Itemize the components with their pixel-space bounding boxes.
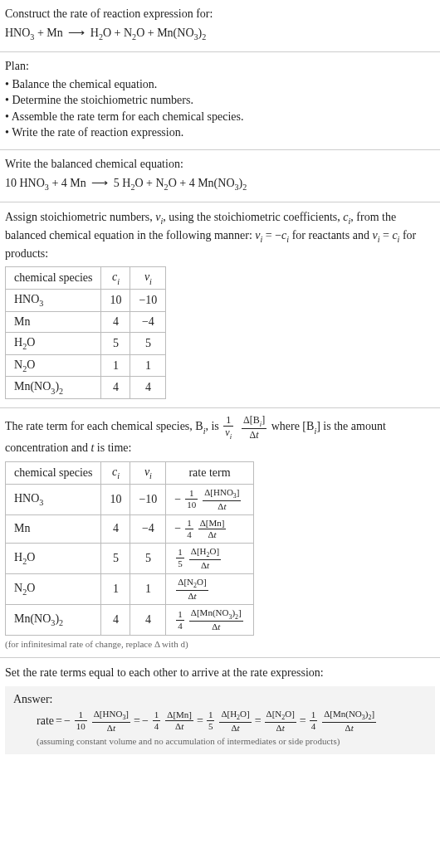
table-header-row: chemical species ci νi rate term bbox=[6, 461, 254, 484]
product-mnno32: Mn(NO3)2 bbox=[157, 27, 206, 39]
cell-ci: 1 bbox=[101, 573, 130, 604]
cell-ci: 5 bbox=[101, 332, 130, 354]
intro-section: Construct the rate of reaction expressio… bbox=[0, 0, 440, 52]
table-row: HNO3 10 −10 bbox=[6, 290, 166, 312]
cell-nui: 4 bbox=[130, 377, 166, 399]
cell-rate-term: 14 Δ[Mn(NO3)2]Δt bbox=[166, 605, 253, 636]
col-rate-term: rate term bbox=[166, 461, 253, 484]
cell-rate-term: 15 Δ[H2O]Δt bbox=[166, 543, 253, 573]
table-row: Mn(NO3)2 4 4 14 Δ[Mn(NO3)2]Δt bbox=[6, 605, 254, 636]
table-header-row: chemical species ci νi bbox=[6, 267, 166, 290]
infinitesimal-note: (for infinitesimal rate of change, repla… bbox=[5, 639, 435, 649]
table-row: Mn 4 −4 bbox=[6, 311, 166, 332]
cell-nui: 1 bbox=[130, 573, 166, 604]
plan-item: • Assemble the rate term for each chemic… bbox=[5, 109, 435, 125]
fraction: Δ[Bi]Δt bbox=[242, 415, 266, 440]
stoich-section: Assign stoichiometric numbers, νi, using… bbox=[0, 202, 440, 408]
cell-ci: 4 bbox=[101, 311, 130, 332]
cell-nui: 4 bbox=[130, 605, 166, 636]
cell-ci: 4 bbox=[101, 514, 130, 543]
col-species: chemical species bbox=[6, 267, 101, 290]
answer-label: Answer: bbox=[13, 693, 427, 706]
col-nui: νi bbox=[130, 461, 166, 484]
cell-ci: 1 bbox=[101, 354, 130, 377]
balanced-heading: Write the balanced chemical equation: bbox=[5, 157, 435, 173]
cell-species: HNO3 bbox=[6, 290, 101, 312]
reactant-mn: Mn bbox=[70, 177, 86, 189]
intro-equation: HNO3 + Mn ⟶ H2O + N2O + Mn(NO3)2 bbox=[5, 24, 435, 43]
cell-nui: 5 bbox=[130, 543, 166, 573]
rate-term-paragraph: The rate term for each chemical species,… bbox=[5, 415, 435, 456]
cell-nui: −10 bbox=[130, 290, 166, 312]
cell-ci: 10 bbox=[101, 484, 130, 514]
cell-nui: −10 bbox=[130, 484, 166, 514]
cell-species: HNO3 bbox=[6, 484, 101, 514]
col-ci: ci bbox=[101, 461, 130, 484]
rate-term-section: The rate term for each chemical species,… bbox=[0, 408, 440, 658]
stoich-table: chemical species ci νi HNO3 10 −10 Mn 4 … bbox=[5, 266, 166, 399]
table-row: N2O 1 1 bbox=[6, 354, 166, 377]
rate-term-table: chemical species ci νi rate term HNO3 10… bbox=[5, 461, 254, 636]
cell-nui: 1 bbox=[130, 354, 166, 377]
cell-nui: 5 bbox=[130, 332, 166, 354]
col-species: chemical species bbox=[6, 461, 101, 484]
cell-nui: −4 bbox=[130, 311, 166, 332]
cell-nui: −4 bbox=[130, 514, 166, 543]
balanced-equation: 10 HNO3 + 4 Mn ⟶ 5 H2O + N2O + 4 Mn(NO3)… bbox=[5, 174, 435, 193]
reaction-arrow-icon: ⟶ bbox=[86, 177, 114, 189]
cell-species: Mn(NO3)2 bbox=[6, 605, 101, 636]
cell-ci: 5 bbox=[101, 543, 130, 573]
table-row: H2O 5 5 bbox=[6, 332, 166, 354]
balanced-section: Write the balanced chemical equation: 10… bbox=[0, 150, 440, 202]
plan-item: • Determine the stoichiometric numbers. bbox=[5, 92, 435, 109]
fraction: 1νi bbox=[223, 415, 233, 440]
plan-list: • Balance the chemical equation. • Deter… bbox=[5, 76, 435, 141]
table-row: N2O 1 1 Δ[N2O]Δt bbox=[6, 573, 254, 604]
plan-heading: Plan: bbox=[5, 59, 435, 75]
cell-species: N2O bbox=[6, 354, 101, 377]
product-mnno32: Mn(NO3)2 bbox=[198, 177, 247, 189]
final-section: Set the rate terms equal to each other t… bbox=[0, 658, 440, 763]
product-h2o: H2O bbox=[90, 27, 111, 39]
table-row: Mn(NO3)2 4 4 bbox=[6, 377, 166, 399]
cell-species: Mn bbox=[6, 514, 101, 543]
product-h2o: H2O bbox=[122, 177, 143, 189]
reactant-hno3: HNO3 bbox=[5, 27, 34, 39]
final-heading: Set the rate terms equal to each other t… bbox=[5, 665, 435, 681]
cell-species: Mn bbox=[6, 311, 101, 332]
table-row: Mn 4 −4 − 14 Δ[Mn]Δt bbox=[6, 514, 254, 543]
product-n2o: N2O bbox=[124, 27, 144, 39]
plan-section: Plan: • Balance the chemical equation. •… bbox=[0, 52, 440, 150]
cell-ci: 10 bbox=[101, 290, 130, 312]
cell-rate-term: Δ[N2O]Δt bbox=[166, 573, 253, 604]
plan-item: • Balance the chemical equation. bbox=[5, 76, 435, 93]
table-row: H2O 5 5 15 Δ[H2O]Δt bbox=[6, 543, 254, 573]
cell-species: N2O bbox=[6, 573, 101, 604]
reaction-arrow-icon: ⟶ bbox=[63, 27, 90, 39]
cell-ci: 4 bbox=[101, 377, 130, 399]
col-nui: νi bbox=[130, 267, 166, 290]
table-row: HNO3 10 −10 − 110 Δ[HNO3]Δt bbox=[6, 484, 254, 514]
answer-box: Answer: rate = − 110 Δ[HNO3]Δt = − 14 Δ[… bbox=[5, 686, 435, 754]
assumption-note: (assuming constant volume and no accumul… bbox=[37, 736, 427, 746]
rate-expression: rate = − 110 Δ[HNO3]Δt = − 14 Δ[Mn]Δt = … bbox=[37, 710, 427, 733]
product-n2o: N2O bbox=[155, 177, 176, 189]
cell-ci: 4 bbox=[101, 605, 130, 636]
cell-species: H2O bbox=[6, 543, 101, 573]
reactant-hno3: HNO3 bbox=[20, 177, 49, 189]
col-ci: ci bbox=[101, 267, 130, 290]
stoich-paragraph: Assign stoichiometric numbers, νi, using… bbox=[5, 209, 435, 261]
cell-species: H2O bbox=[6, 332, 101, 354]
cell-species: Mn(NO3)2 bbox=[6, 377, 101, 399]
cell-rate-term: − 110 Δ[HNO3]Δt bbox=[166, 484, 253, 514]
plan-item: • Write the rate of reaction expression. bbox=[5, 124, 435, 141]
reactant-mn: Mn bbox=[46, 27, 62, 39]
intro-prompt: Construct the rate of reaction expressio… bbox=[5, 7, 435, 22]
cell-rate-term: − 14 Δ[Mn]Δt bbox=[166, 514, 253, 543]
